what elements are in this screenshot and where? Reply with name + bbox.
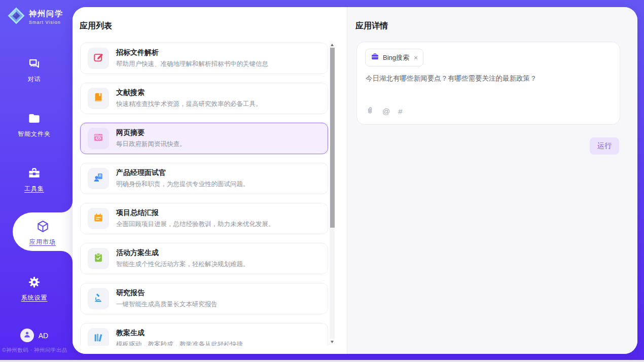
app-icon-box [88,168,109,189]
app-card[interactable]: 产品经理面试官明确身份和职责，为您提供专业性的面试问题。 [80,163,328,194]
brand-logo: 神州问学 Smart Vision [7,7,63,27]
app-detail-pane: 应用详情 Bing搜索 × 今日湖北有哪些新闻要点？有哪些需要关注的最新政策？ … [347,7,637,354]
app-card-title: 教案生成 [116,329,243,338]
input-toolbar: @# [366,106,403,117]
app-card-title: 项目总结汇报 [116,208,275,218]
app-icon-box [88,88,109,109]
app-list-viewport: 招标文件解析帮助用户快速、准确地理解和解析招标书中的关键信息文献搜索快速精准查找… [73,43,347,346]
close-icon[interactable]: × [414,54,418,61]
app-card-title: 文献搜索 [116,88,262,97]
avatar[interactable] [20,329,34,342]
attachment-icon[interactable] [366,106,374,117]
app-list-title: 应用列表 [80,21,112,31]
app-card[interactable]: 研究报告一键智能生成高质量长文本研究报告 [80,283,328,314]
tool-tag-bing-search[interactable]: Bing搜索 × [365,49,423,66]
sidebar-item-chat[interactable]: 对话 [0,57,68,84]
scroll-down-button[interactable] [330,339,335,345]
app-card-desc: 每日政府新闻资讯快查。 [116,140,186,149]
app-icon-box [88,128,109,149]
sidebar-item-smart-folder[interactable]: 智能文件夹 [0,112,68,138]
folder-icon [27,112,41,125]
app-detail-title: 应用详情 [355,21,388,31]
app-card-desc: 模板驱动，教案秒成，教学准备从此轻松快捷 [116,340,243,346]
app-card[interactable]: 文献搜索快速精准查找学术资源，提高研究效率的必备工具。 [80,83,328,114]
hash-icon[interactable]: # [398,107,402,116]
pen-square-icon [93,52,104,65]
app-list-pane: 应用列表 招标文件解析帮助用户快速、准确地理解和解析招标书中的关键信息文献搜索快… [73,7,347,354]
clipboard-check-icon [93,252,104,265]
arrow-up-icon [331,44,334,46]
app-card[interactable]: 项目总结汇报全面回顾项目进展，总结经验教训，助力未来优化发展。 [80,203,328,234]
app-card[interactable]: 活动方案生成智能生成个性化活动方案，轻松解决规划难题。 [80,243,328,274]
book-icon [93,92,104,105]
sidebar-item-app-market[interactable]: 应用市场 [13,212,73,251]
books-icon [93,332,104,345]
app-icon-box [88,328,109,346]
scroll-up-button[interactable] [330,42,335,48]
logo-diamond-icon [7,7,25,27]
interviewer-icon [93,172,104,185]
app-icon-box [88,288,109,309]
app-card-desc: 帮助用户快速、准确地理解和解析招标书中的关键信息 [116,60,268,68]
prompt-card[interactable]: Bing搜索 × 今日湖北有哪些新闻要点？有哪些需要关注的最新政策？ @# [356,42,620,125]
app-card-desc: 一键智能生成高质量长文本研究报告 [116,300,218,309]
brand-subtitle: Smart Vision [29,20,63,25]
app-card-title: 研究报告 [116,288,218,298]
sidebar-item-label: 工具集 [0,185,68,193]
toolbox-icon [27,166,41,180]
app-card-title: 招标文件解析 [116,48,268,57]
scrollbar[interactable] [330,42,335,345]
gear-icon [27,275,41,289]
active-curve-top [60,200,73,212]
app-card[interactable]: 网页摘要每日政府新闻资讯快查。 [80,123,328,154]
app-card-desc: 全面回顾项目进展，总结经验教训，助力未来优化发展。 [116,220,275,229]
app-card-desc: 快速精准查找学术资源，提高研究效率的必备工具。 [116,100,262,108]
app-card[interactable]: 教案生成模板驱动，教案秒成，教学准备从此轻松快捷 [80,323,328,346]
chat-icon [27,57,41,70]
briefcase-icon [371,52,379,63]
calendar-icon [93,212,104,225]
app-frame: 神州问学 Smart Vision 对话智能文件夹工具集应用市场系统设置 AD … [0,0,644,360]
sidebar-item-label: 系统设置 [0,294,68,302]
cube-icon [36,220,50,233]
app-icon-box [88,208,109,229]
sidebar-item-label: 智能文件夹 [0,130,68,138]
query-text[interactable]: 今日湖北有哪些新闻要点？有哪些需要关注的最新政策？ [366,74,612,83]
arrow-down-icon [331,341,334,343]
main-panel: 应用列表 招标文件解析帮助用户快速、准确地理解和解析招标书中的关键信息文献搜索快… [73,7,637,354]
user-row[interactable]: AD [0,329,68,342]
app-card-title: 网页摘要 [116,128,186,137]
sidebar: 神州问学 Smart Vision 对话智能文件夹工具集应用市场系统设置 AD … [0,0,68,360]
sidebar-item-system-settings[interactable]: 系统设置 [0,275,68,302]
app-card-desc: 智能生成个性化活动方案，轻松解决规划难题。 [116,260,249,269]
user-initials: AD [39,332,48,340]
user-avatar-icon [23,330,31,341]
sidebar-item-label: 对话 [0,75,68,84]
microscope-icon [93,292,104,305]
app-card[interactable]: 招标文件解析帮助用户快速、准确地理解和解析招标书中的关键信息 [80,43,328,74]
active-curve-bottom [60,251,73,263]
app-icon-box [88,248,109,269]
app-card-desc: 明确身份和职责，为您提供专业性的面试问题。 [116,180,249,189]
app-card-title: 产品经理面试官 [116,168,249,177]
sidebar-item-toolset[interactable]: 工具集 [0,166,68,193]
app-card-title: 活动方案生成 [116,248,249,258]
scrollbar-thumb[interactable] [330,48,335,228]
sidebar-footer: ©神州数码 · 神州问学出品 [2,347,68,354]
window-bottom-edge [0,360,644,362]
sidebar-item-label: 应用市场 [13,238,73,246]
tool-tag-label: Bing搜索 [383,53,409,62]
run-button[interactable]: 运行 [590,137,619,155]
browser-code-icon [93,132,104,145]
app-icon-box [88,48,109,69]
mention-icon[interactable]: @ [382,107,390,116]
brand-name: 神州问学 [29,9,63,19]
